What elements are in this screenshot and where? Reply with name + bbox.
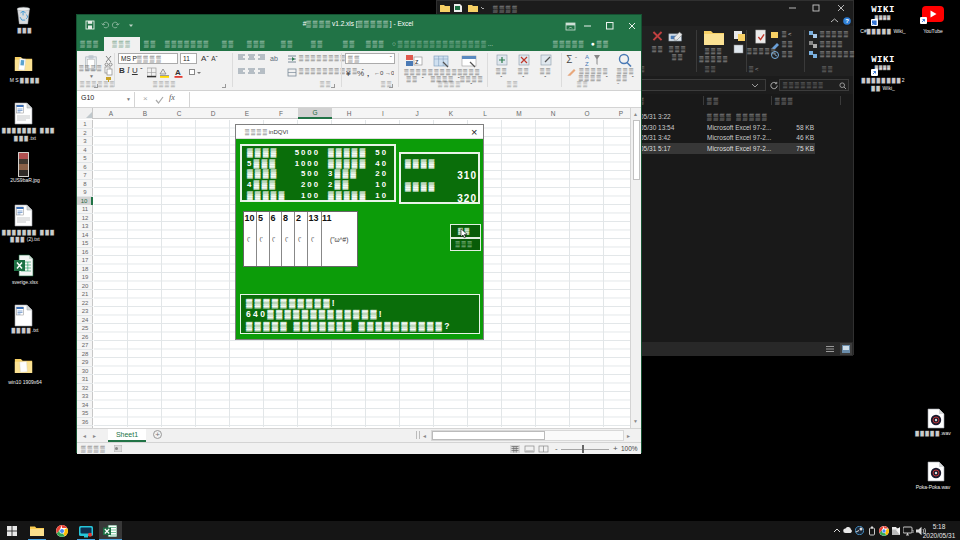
svg-text:Z: Z — [585, 61, 589, 67]
svg-text:A: A — [175, 68, 181, 77]
svg-text:z: z — [415, 58, 419, 65]
svg-text:←0: ←0 — [374, 70, 384, 76]
svg-text:?: ? — [845, 18, 849, 24]
svg-text:A: A — [585, 54, 589, 60]
svg-text:→0: →0 — [385, 70, 394, 76]
svg-text:,: , — [367, 69, 369, 78]
svg-text:¥: ¥ — [346, 69, 351, 78]
svg-text:ab: ab — [270, 55, 278, 62]
svg-text:%: % — [357, 69, 364, 78]
